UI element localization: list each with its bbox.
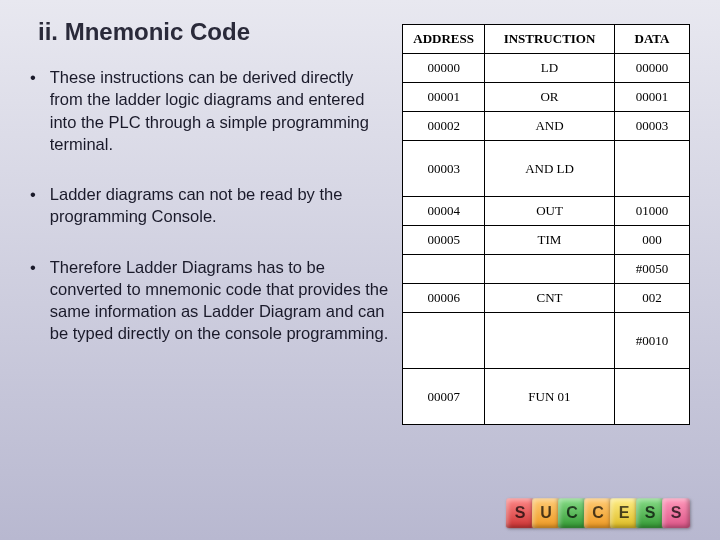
bullet-dot-icon: •: [30, 183, 36, 228]
bullet-item: • Ladder diagrams can not be read by the…: [30, 183, 390, 228]
cell-instr: CNT: [485, 284, 615, 313]
cell-addr: 00005: [403, 226, 485, 255]
bullet-dot-icon: •: [30, 66, 36, 155]
cell-instr: AND: [485, 112, 615, 141]
block-letter: S: [636, 498, 664, 528]
cell-instr: FUN 01: [485, 369, 615, 425]
cell-addr: [403, 313, 485, 369]
cell-data: [615, 141, 690, 197]
content-area: • These instructions can be derived dire…: [30, 66, 690, 373]
bullet-dot-icon: •: [30, 256, 36, 345]
header-instruction: INSTRUCTION: [485, 25, 615, 54]
cell-addr: [403, 255, 485, 284]
table-row: 00000LD00000: [403, 54, 690, 83]
cell-data: 01000: [615, 197, 690, 226]
cell-addr: 00007: [403, 369, 485, 425]
table-row: #0050: [403, 255, 690, 284]
block-letter: S: [662, 498, 690, 528]
table-row: 00004OUT01000: [403, 197, 690, 226]
cell-instr: TIM: [485, 226, 615, 255]
bullet-list: • These instructions can be derived dire…: [30, 66, 390, 345]
mnemonic-table: ADDRESS INSTRUCTION DATA 00000LD00000000…: [402, 24, 690, 425]
block-letter: U: [532, 498, 560, 528]
table-row: 00003AND LD: [403, 141, 690, 197]
bullet-text: These instructions can be derived direct…: [50, 66, 390, 155]
block-letter: E: [610, 498, 638, 528]
bullet-text: Ladder diagrams can not be read by the p…: [50, 183, 390, 228]
cell-data: 002: [615, 284, 690, 313]
cell-data: 000: [615, 226, 690, 255]
block-letter: C: [584, 498, 612, 528]
cell-data: #0050: [615, 255, 690, 284]
table-row: #0010: [403, 313, 690, 369]
table-header-row: ADDRESS INSTRUCTION DATA: [403, 25, 690, 54]
table-column: ADDRESS INSTRUCTION DATA 00000LD00000000…: [402, 24, 690, 425]
cell-addr: 00004: [403, 197, 485, 226]
cell-instr: OUT: [485, 197, 615, 226]
block-letter: S: [506, 498, 534, 528]
bullet-item: • Therefore Ladder Diagrams has to be co…: [30, 256, 390, 345]
cell-instr: OR: [485, 83, 615, 112]
cell-addr: 00001: [403, 83, 485, 112]
header-address: ADDRESS: [403, 25, 485, 54]
table-row: 00001OR00001: [403, 83, 690, 112]
cell-data: 00001: [615, 83, 690, 112]
table-row: 00005TIM000: [403, 226, 690, 255]
bullet-item: • These instructions can be derived dire…: [30, 66, 390, 155]
cell-instr: [485, 255, 615, 284]
table-row: 00002AND00003: [403, 112, 690, 141]
cell-instr: [485, 313, 615, 369]
block-letter: C: [558, 498, 586, 528]
cell-instr: AND LD: [485, 141, 615, 197]
cell-instr: LD: [485, 54, 615, 83]
cell-data: 00003: [615, 112, 690, 141]
cell-data: [615, 369, 690, 425]
cell-addr: 00006: [403, 284, 485, 313]
cell-addr: 00000: [403, 54, 485, 83]
success-blocks: S U C C E S S: [508, 498, 690, 528]
cell-data: #0010: [615, 313, 690, 369]
cell-addr: 00002: [403, 112, 485, 141]
bullet-text: Therefore Ladder Diagrams has to be conv…: [50, 256, 390, 345]
cell-addr: 00003: [403, 141, 485, 197]
cell-data: 00000: [615, 54, 690, 83]
table-row: 00007FUN 01: [403, 369, 690, 425]
header-data: DATA: [615, 25, 690, 54]
table-row: 00006CNT002: [403, 284, 690, 313]
bullet-column: • These instructions can be derived dire…: [30, 66, 390, 373]
slide: ii. Mnemonic Code • These instructions c…: [0, 0, 720, 540]
